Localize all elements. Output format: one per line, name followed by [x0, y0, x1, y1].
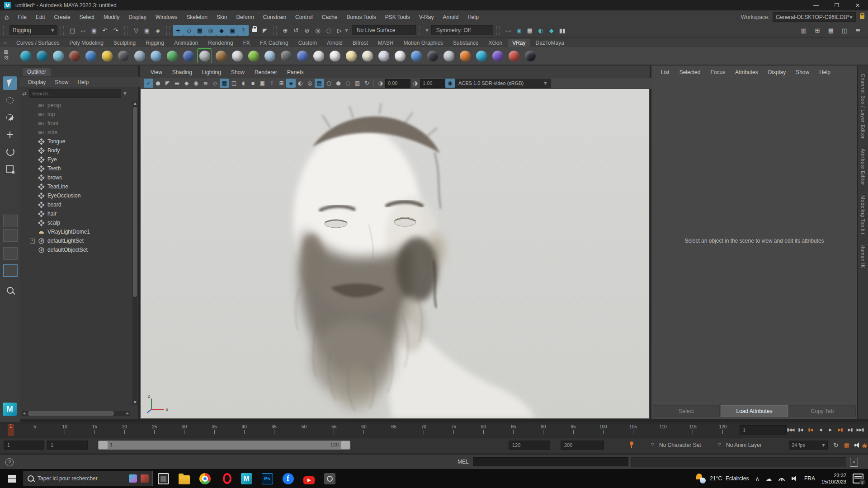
- viewport-toolbar-icon[interactable]: ▦: [220, 79, 229, 88]
- shelf-tab[interactable]: FX Caching: [255, 39, 293, 47]
- sidebar-vertical-tab[interactable]: Attribute Editor: [860, 149, 866, 185]
- search-inline-app-icon[interactable]: [141, 474, 149, 483]
- viewport-toolbar-icon[interactable]: ▪: [248, 79, 258, 88]
- attribute-editor-button[interactable]: Copy Tab: [789, 405, 856, 417]
- scroll-left-icon[interactable]: ◀: [22, 411, 27, 416]
- animation-end-field[interactable]: 200: [561, 441, 604, 450]
- playback-start-field[interactable]: 1: [47, 441, 88, 450]
- sidebar-vertical-tab[interactable]: Channel Box / Layer Editor: [860, 74, 866, 139]
- shelf-tab[interactable]: Motion Graphics: [399, 39, 447, 47]
- render-action-icon[interactable]: ◐: [535, 25, 546, 36]
- shelf-tab[interactable]: Poly Modeling: [65, 39, 108, 47]
- file-action-icon[interactable]: ↷: [110, 25, 121, 36]
- shelf-tab[interactable]: Animation: [170, 39, 203, 47]
- taskbar-app-icon[interactable]: [215, 469, 236, 488]
- snap-toggle-icon[interactable]: ◇: [184, 25, 194, 36]
- shelf-tool-icon[interactable]: [83, 48, 98, 63]
- shelf-tool-icon[interactable]: [360, 48, 375, 63]
- shelf-tab[interactable]: FX: [239, 39, 255, 47]
- menu-item[interactable]: Bonus Tools: [342, 14, 380, 20]
- shelf-tab[interactable]: Rendering: [203, 39, 237, 47]
- live-surface-field[interactable]: No Live Surface: [352, 25, 416, 35]
- shelf-tab[interactable]: Sculpting: [109, 39, 140, 47]
- toolbox-tool[interactable]: [3, 76, 17, 90]
- toolbar-grip[interactable]: [496, 26, 500, 35]
- viewport-menu-item[interactable]: View: [146, 69, 167, 75]
- render-action-icon[interactable]: ◉: [514, 25, 524, 36]
- sidebar-vertical-tab[interactable]: Human IK: [860, 244, 866, 268]
- snap-toggle-icon[interactable]: +: [173, 25, 184, 36]
- chevron-down-icon[interactable]: ▽: [651, 442, 654, 447]
- taskbar-app-icon[interactable]: [257, 469, 278, 488]
- file-action-icon[interactable]: ▱: [78, 25, 89, 36]
- viewport-toolbar-icon[interactable]: ▣: [258, 79, 267, 88]
- construction-history-icon[interactable]: ▷: [334, 25, 345, 36]
- menu-item[interactable]: Arnold: [438, 14, 463, 20]
- outliner-menu-item[interactable]: Help: [74, 79, 92, 85]
- toolbox-tool[interactable]: [3, 94, 17, 107]
- outliner-item[interactable]: + hair: [20, 209, 132, 218]
- outliner-vertical-scrollbar[interactable]: ▲ ▼: [132, 101, 137, 405]
- shelf-tool-icon[interactable]: [213, 48, 228, 63]
- gamma-field[interactable]: 1.00: [420, 79, 445, 88]
- outliner-item[interactable]: + defaultLightSet: [20, 236, 132, 245]
- taskbar-app-icon[interactable]: [153, 469, 174, 488]
- selection-mask-icon[interactable]: ▣: [142, 25, 152, 36]
- onedrive-icon[interactable]: ☁: [766, 475, 772, 482]
- sidebar-toggle-icon[interactable]: ▤: [826, 25, 836, 36]
- outliner-item[interactable]: + Eye: [20, 155, 132, 164]
- shelf-tab[interactable]: Substance: [448, 39, 483, 47]
- construction-history-icon[interactable]: ⊕: [280, 25, 291, 36]
- menu-item[interactable]: Help: [463, 14, 483, 20]
- playback-loop-icon[interactable]: ↻: [831, 441, 841, 450]
- chevron-down-icon[interactable]: ▽: [718, 442, 721, 447]
- menu-item[interactable]: File: [14, 14, 31, 20]
- outliner-item[interactable]: + Tongue: [20, 137, 132, 146]
- clock[interactable]: 23:37 15/10/2023: [821, 472, 846, 485]
- animation-start-field[interactable]: 1: [4, 441, 44, 450]
- construction-history-icon[interactable]: ↺: [291, 25, 302, 36]
- lock-selection-icon[interactable]: [249, 25, 259, 36]
- shelf-tool-icon[interactable]: [148, 48, 163, 63]
- outliner-item[interactable]: + Body: [20, 146, 132, 155]
- viewport-menu-item[interactable]: Lighting: [197, 69, 226, 75]
- viewport-toolbar-icon[interactable]: ◤: [163, 79, 172, 88]
- viewport-menu-item[interactable]: Shading: [167, 69, 197, 75]
- taskbar-app-icon[interactable]: [174, 469, 194, 488]
- menu-set-dropdown[interactable]: Rigging ▼: [9, 25, 57, 35]
- toolbar-grip[interactable]: [124, 26, 127, 35]
- view-transform-icon[interactable]: ◉: [445, 79, 455, 88]
- viewport-toolbar-icon[interactable]: ↻: [362, 79, 372, 88]
- close-button[interactable]: ✕: [847, 0, 868, 10]
- shelf-tab[interactable]: XGen: [484, 39, 507, 47]
- viewport-toolbar-icon[interactable]: ◖: [239, 79, 248, 88]
- shelf-tool-icon[interactable]: [197, 48, 212, 63]
- shelf-tool-icon[interactable]: [230, 48, 245, 63]
- shelf-tab[interactable]: MASH: [373, 39, 398, 47]
- shelf-tab[interactable]: Rigging: [141, 39, 169, 47]
- taskbar-search[interactable]: Taper ici pour rechercher: [24, 471, 153, 486]
- viewport-toolbar-icon[interactable]: ●: [334, 79, 343, 88]
- viewport-toolbar-icon[interactable]: ○: [324, 79, 334, 88]
- toolbar-grip[interactable]: [61, 26, 64, 35]
- outliner-item[interactable]: + persp: [20, 101, 132, 110]
- expand-icon[interactable]: +: [30, 239, 35, 244]
- viewport-toolbar-icon[interactable]: ▬: [172, 79, 182, 88]
- viewport-toolbar-icon[interactable]: ✓: [144, 79, 153, 88]
- snap-toggle-icon[interactable]: ▦: [194, 25, 205, 36]
- weather-widget[interactable]: 21°C Eclaircies: [695, 473, 749, 484]
- menu-item[interactable]: Display: [124, 14, 151, 20]
- attribute-editor-menu-item[interactable]: List: [656, 69, 675, 75]
- shelf-tool-icon[interactable]: [327, 48, 342, 63]
- toolbar-grip[interactable]: [3, 26, 6, 35]
- outliner-item[interactable]: + side: [20, 128, 132, 137]
- shelf-tool-icon[interactable]: [409, 48, 424, 63]
- help-icon[interactable]: ?: [5, 458, 14, 466]
- timeline-playhead[interactable]: 1: [8, 424, 14, 436]
- attribute-editor-menu-item[interactable]: Help: [814, 69, 835, 75]
- shelf-tool-icon[interactable]: [99, 48, 114, 63]
- shelf-tool-icon[interactable]: [490, 48, 505, 63]
- taskbar-app-icon[interactable]: [298, 469, 319, 488]
- outliner-item[interactable]: + front: [20, 119, 132, 128]
- playback-button[interactable]: ▶▮: [835, 425, 845, 435]
